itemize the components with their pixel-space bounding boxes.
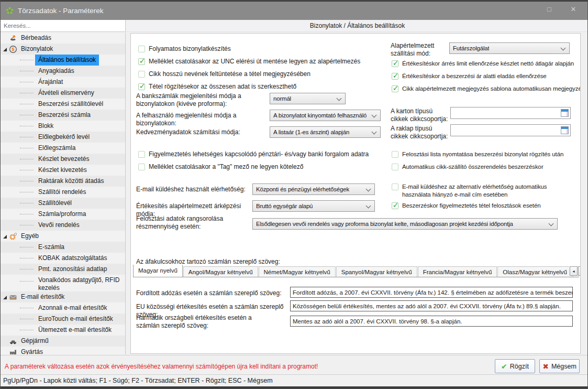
checkbox-label: Melléklet csatolásakor az UNC elérési út…	[149, 58, 360, 66]
sidebar-item-keszlet-kivezetes[interactable]: Készlet kivezetés	[1, 165, 125, 176]
cancel-button[interactable]: ✖ Mégsem	[539, 359, 580, 373]
checkbox-cikk-hosszu-nev[interactable]: ✓ Cikk hosszú nevének feltüntetése a tét…	[138, 70, 310, 78]
sidebar-item-azonnali-email[interactable]: Azonnali e-mail értesítők	[1, 302, 125, 314]
expander-icon[interactable]	[3, 235, 7, 239]
hand-key-icon	[9, 34, 18, 46]
tree-leader	[20, 281, 34, 282]
checkbox-tetel-rogzites[interactable]: ✓ Tétel rögzítésekor az összesen adat is…	[138, 83, 296, 91]
checkbox-cikk-megjegyzes-sablon[interactable]: ✓ Cikk alapértelmezett megjegyzés sablon…	[392, 85, 581, 93]
raklap-group-field[interactable]	[450, 124, 571, 136]
sidebar-item-szallitoi-rendeles[interactable]: Szállítói rendelés	[1, 187, 125, 198]
bank-mode-select[interactable]: normál	[270, 93, 346, 104]
checkbox-box: ✓	[392, 151, 398, 158]
checkbox-felosztasi-lista[interactable]: ✓ Felosztási lista nyomtatása beszerzési…	[392, 150, 563, 158]
third-country-label: Harmadik országbeli értékesítés esetén a…	[136, 314, 272, 330]
user-mode-select[interactable]: A bizonylatot kinyomtató felhasználó	[270, 110, 381, 121]
checkbox-beszerzeskor-figyelmeztetes[interactable]: ✓ Beszerzéskor figyelmeztetés tétel felo…	[392, 202, 541, 210]
karton-group-field[interactable]	[450, 107, 571, 119]
tab-scroll-right-button[interactable]: ►	[578, 266, 581, 276]
titlebar: Törzsadatok - Paraméterek	[1, 1, 587, 20]
sidebar-item-arajanlat[interactable]: Árajánlat	[1, 77, 125, 88]
sidebar-item-label: Gyártás	[18, 347, 43, 354]
checkbox-label: E-mail küldéshez az alternatív elérhetős…	[402, 183, 569, 199]
checkbox-box: ✓	[392, 85, 398, 92]
sidebar-item-berbeadas[interactable]: Bérbeadás	[1, 33, 125, 44]
tab-angol-magyar[interactable]: Angol/Magyar kétnyelvű	[183, 266, 258, 277]
checkbox-folyamatos-bizonylatkeszites[interactable]: ✓ Folyamatos bizonylatkészítés	[138, 45, 231, 53]
tab-francia-magyar[interactable]: Francia/Magyar kétnyelvű	[418, 266, 497, 277]
sidebar-item-keszlet-bevezetes[interactable]: Készlet bevezetés	[1, 154, 125, 165]
sidebar-item-gepjarmu[interactable]: Gépjármű	[1, 336, 125, 347]
checkbox-beszerzesi-ar-alatti[interactable]: ✓ Értékesítéskor a beszerzési ár alatti …	[392, 72, 547, 80]
eu-sale-field[interactable]: Közösségen belüli értékesítés, mentes az…	[290, 300, 573, 311]
maximize-button[interactable]: □	[543, 5, 555, 13]
sidebar-item-anyagkiadas[interactable]: Anyagkiadás	[1, 66, 125, 77]
select-value: Elsődlegesen vevői rendelés vagy proform…	[256, 221, 513, 227]
check-icon: ✓	[393, 85, 399, 91]
factory-icon	[9, 348, 18, 354]
sidebar-item-raktarak-kozotti-atadas[interactable]: Raktárak közötti átadás	[1, 176, 125, 187]
tab-olasz-magyar[interactable]: Olasz/Magyar kétnyelvű	[497, 266, 572, 277]
lookup-form-icon[interactable]	[561, 109, 569, 117]
checkbox-box: ✓	[392, 164, 398, 170]
tree-leader	[20, 115, 34, 115]
reverse-vat-field[interactable]: Fordított adózás, a 2007. évi CXXVII. tö…	[290, 287, 573, 298]
checkbox-label: Figyelmeztetés lehetséges kapcsolódó pén…	[149, 150, 369, 158]
tab-magyar-nyelvu[interactable]: Magyar nyelvű	[133, 265, 183, 277]
checkbox-figyelmeztetes-forgalom[interactable]: ✓ Figyelmeztetés lehetséges kapcsolódó p…	[138, 150, 369, 158]
sidebar-item-beszerzesi-szamla[interactable]: Beszerzési számla	[1, 110, 125, 121]
karton-group-label: A karton típusú cikkek cikkcsoportja:	[391, 107, 451, 123]
sidebar-item-beszerzesi-szallitolevel[interactable]: Beszerzési szállítólevél	[1, 99, 125, 110]
search-input[interactable]	[1, 20, 125, 31]
sidebar-item-altalanos-beallitasok[interactable]: Általános beállítások	[1, 55, 125, 66]
checkbox-email-alternativ[interactable]: ✓ E-mail küldéshez az alternatív elérhet…	[392, 183, 569, 199]
sidebar-item-eurotouch-email[interactable]: EuroTouch e-mail értesítők	[1, 314, 125, 325]
tab-spanyol-magyar[interactable]: Spanyol/Magyar kétnyelvű	[336, 266, 417, 277]
pricing-mode-select[interactable]: Bruttó egységár alapú	[252, 200, 375, 212]
parameters-window: Törzsadatok - Paraméterek □ ✕ Bizonylato…	[0, 0, 588, 389]
checkbox-arres-limit[interactable]: ✓ Értékesítéskor árrés limit ellenőrzése…	[392, 60, 574, 68]
envelope-icon	[9, 293, 18, 305]
field-value	[451, 127, 455, 133]
lookup-form-icon[interactable]	[561, 126, 569, 134]
discount-mode-select[interactable]: A listaár (1-es árszint) alapján	[270, 126, 381, 138]
close-button[interactable]: ✕	[568, 5, 579, 13]
checkbox-tag-mezo[interactable]: ✓ Melléklet csatolásakor a "Tag" mező ne…	[138, 163, 303, 171]
check-mark-icon: ✔	[501, 363, 507, 370]
sidebar-item-szallitolevel[interactable]: Szállítólevél	[1, 198, 125, 209]
shipping-mode-select[interactable]: Futárszolgálat	[449, 42, 570, 54]
expander-icon[interactable]	[3, 48, 7, 51]
sidebar-item-blokk[interactable]: Blokk	[1, 121, 125, 132]
sidebar-item-atveteli-elismerveny[interactable]: Átvételi elismervény	[1, 88, 125, 99]
checkbox-melleklet-unc[interactable]: ✓ Melléklet csatolásakor az UNC elérési …	[138, 58, 360, 66]
sidebar-item-email-ertesitok[interactable]: E-mail értesítők	[1, 291, 125, 302]
coin-dollar-icon: $	[9, 45, 18, 57]
email-contact-select[interactable]: Központi és pénzügyi elérhetőségek	[252, 183, 375, 195]
tab-scroll-left-button[interactable]: ◄	[570, 266, 578, 276]
sidebar-item-vevoi-rendeles[interactable]: Vevői rendelés	[1, 220, 125, 231]
sidebar-item-label: Gépjármű	[18, 336, 49, 347]
tab-nemet-magyar[interactable]: Német/Magyar kétnyelvű	[259, 266, 336, 277]
third-country-field[interactable]: Mentes az adó alól a 2007. évi CXXVII. t…	[290, 316, 573, 327]
sidebar-item-bizonylatok[interactable]: $ Bizonylatok	[1, 44, 125, 55]
expander-icon[interactable]	[3, 296, 7, 299]
sidebar-item-elolegbekero-level[interactable]: Előlegbekérő levél	[1, 132, 125, 143]
sidebar-item-label: Általános beállítások	[35, 55, 99, 66]
sidebar-item-label: Beszerzési szállítólevél	[35, 99, 106, 110]
sidebar-item-egyeb[interactable]: Egyéb	[1, 231, 125, 242]
sidebar-item-e-szamla[interactable]: E-számla	[1, 242, 125, 253]
sidebar-item-kobak-adatszolgaltatas[interactable]: KOBAK adatszolgáltatás	[1, 253, 125, 264]
sidebar-item-label: KOBAK adatszolgáltatás	[35, 253, 110, 264]
sidebar-item-vonalkodos-adatgyujto[interactable]: Vonalkódos adatgyűjtő, RFID kezelés	[1, 275, 125, 291]
sidebar-item-elolegszamla[interactable]: Előlegszámla	[1, 143, 125, 154]
sidebar-item-utemezett-email[interactable]: Ütemezett e-mail értesítők	[1, 325, 125, 336]
checkbox-automatikus-cikk-szallito[interactable]: ✓ Automatikus cikk-szállító összerendelé…	[392, 163, 543, 171]
sidebar-item-pmt-azonositasi-adatlap[interactable]: Pmt. azonosítási adatlap	[1, 264, 125, 275]
sidebar-item-gyartas[interactable]: Gyártás	[1, 347, 125, 354]
allocation-ranking-select[interactable]: Elsődlegesen vevői rendelés vagy proform…	[252, 218, 558, 230]
tree-leader	[20, 137, 34, 137]
sidebar-item-szamla-proforma[interactable]: Számla/proforma	[1, 209, 125, 220]
check-icon: ✓	[393, 202, 399, 208]
save-button[interactable]: ✔ Rögzít	[495, 359, 535, 373]
tree-leader	[20, 71, 34, 71]
